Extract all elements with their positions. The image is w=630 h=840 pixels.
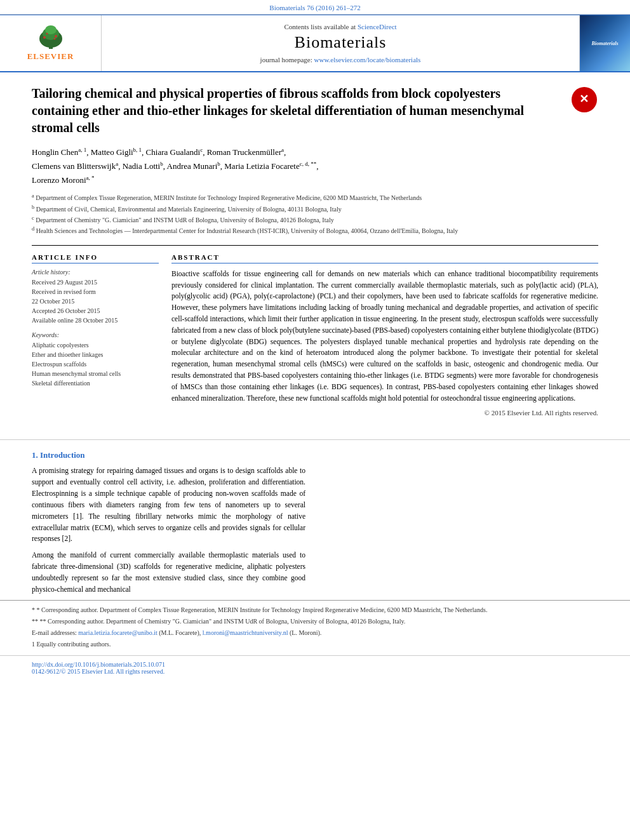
history-label: Article history: <box>32 269 159 276</box>
crossmark-badge[interactable]: ✕ <box>570 85 598 114</box>
elsevier-logo: ELSEVIER <box>27 25 74 62</box>
homepage-line: journal homepage: www.elsevier.com/locat… <box>260 56 421 63</box>
footnote-corresponding2: ** ** Corresponding author. Department o… <box>32 617 598 626</box>
affiliation-d-text: Health Sciences and Technologies — Inter… <box>36 228 459 235</box>
author-roman: Roman Truckenmüller <box>207 147 281 157</box>
cover-label: Biomaterials <box>591 41 618 46</box>
footnote-star1: * <box>32 606 37 613</box>
author-sup-2: b, 1 <box>133 147 142 153</box>
title-text: Tailoring chemical and physical properti… <box>32 86 524 135</box>
keyword-5: Skeletal differentiation <box>32 378 159 388</box>
email2-person: (L. Moroni). <box>290 629 321 636</box>
elsevier-text: ELSEVIER <box>27 51 74 62</box>
svg-point-5 <box>55 35 57 37</box>
doi-link[interactable]: http://dx.doi.org/10.1016/j.biomaterials… <box>32 661 165 668</box>
crossmark-icon: ✕ <box>572 87 597 112</box>
footnote-star2: ** <box>32 618 40 625</box>
author-sup-9: a, * <box>86 175 95 181</box>
author-sup-6: b <box>160 161 163 167</box>
author-lorenzo: Lorenzo Moroni <box>32 176 86 185</box>
intro-paragraph1: A promising strategy for repairing damag… <box>32 465 305 545</box>
page-wrapper: Biomaterials 76 (2016) 261–272 <box>0 0 630 680</box>
footnote-equal-contrib: 1 Equally contributing authors. <box>32 640 598 649</box>
author-matteo: Matteo Gigli <box>91 147 133 157</box>
article-title: Tailoring chemical and physical properti… <box>32 85 598 137</box>
affiliation-c: c Department of Chemistry "G. Ciamician"… <box>32 215 598 225</box>
email2-link[interactable]: l.moroni@maastrichtuniversity.nl <box>203 629 288 636</box>
intro-right-col <box>325 450 598 600</box>
affiliation-c-text: Department of Chemistry "G. Ciamician" a… <box>36 217 334 223</box>
email-label: E-mail addresses: <box>32 629 77 636</box>
author-sup-7: b <box>217 161 220 167</box>
keyword-3: Electrospun scaffolds <box>32 359 159 369</box>
author-honglin: Honglin Chen <box>32 147 78 157</box>
author-nadia: Nadia Lotti <box>123 161 161 171</box>
journal-header: ELSEVIER Contents lists available at Sci… <box>0 15 630 72</box>
homepage-link[interactable]: www.elsevier.com/locate/biomaterials <box>314 56 421 63</box>
affiliation-d: d Health Sciences and Technologies — Int… <box>32 225 598 236</box>
bottom-bar: http://dx.doi.org/10.1016/j.biomaterials… <box>0 655 630 680</box>
author-maria: Maria Letizia Focarete <box>224 161 299 171</box>
affiliations: a Department of Complex Tissue Regenerat… <box>32 192 598 236</box>
journal-title: Biomaterials <box>295 33 387 52</box>
affiliation-a: a Department of Complex Tissue Regenerat… <box>32 192 598 203</box>
svg-point-6 <box>46 33 48 35</box>
elsevier-logo-section: ELSEVIER <box>0 15 102 71</box>
copyright-line: © 2015 Elsevier Ltd. All rights reserved… <box>171 409 598 417</box>
cover-image: Biomaterials <box>580 15 630 71</box>
keyword-1: Aliphatic copolyesters <box>32 340 159 350</box>
svg-point-4 <box>43 36 46 39</box>
authors-line: Honglin Chena, 1, Matteo Giglib, 1, Chia… <box>32 145 598 187</box>
footnote-text1: * Corresponding author. Department of Co… <box>37 606 488 613</box>
affiliation-b: b Department of Civil, Chemical, Environ… <box>32 204 598 214</box>
author-sup-4: a <box>281 147 284 153</box>
footnote-email: E-mail addresses: maria.letizia.focarete… <box>32 629 598 637</box>
email1-person: (M.L. Focarete), <box>159 629 201 636</box>
author-sup-5: a <box>116 161 118 167</box>
intro-number: 1. <box>32 450 38 460</box>
sciencedirect-link[interactable]: ScienceDirect <box>358 23 397 30</box>
history-revised-label: Received in revised form <box>32 287 159 297</box>
email1-link[interactable]: maria.letizia.focarete@unibo.it <box>78 629 157 636</box>
history-online: Available online 28 October 2015 <box>32 316 159 325</box>
left-column: ARTICLE INFO Article history: Received 2… <box>32 253 159 417</box>
footnotes-section: * * Corresponding author. Department of … <box>0 600 630 649</box>
history-received: Received 29 August 2015 <box>32 277 159 287</box>
keywords-label: Keywords: <box>32 331 159 338</box>
author-sup-3: c <box>200 147 203 153</box>
elsevier-tree-icon <box>32 25 70 50</box>
abstract-heading: ABSTRACT <box>171 253 598 263</box>
author-clemens: Clemens van Blitterswijk <box>32 161 116 171</box>
introduction-section: 1. Introduction A promising strategy for… <box>0 450 630 600</box>
author-sup-8: c, d, ** <box>300 161 317 167</box>
article-info-heading: ARTICLE INFO <box>32 253 159 263</box>
intro-title: Introduction <box>40 450 85 460</box>
footnote-text2: ** Corresponding author. Department of C… <box>40 618 406 625</box>
intro-two-col: 1. Introduction A promising strategy for… <box>32 450 598 600</box>
intro-left-col: 1. Introduction A promising strategy for… <box>32 450 305 600</box>
author-chiara: Chiara Gualandi <box>146 147 201 157</box>
journal-cover-thumbnail: Biomaterials <box>579 15 630 71</box>
issn-line: 0142-9612/© 2015 Elsevier Ltd. All right… <box>32 668 598 675</box>
keywords-section: Keywords: Aliphatic copolyesters Ether a… <box>32 331 159 388</box>
sciencedirect-label: Contents lists available at <box>284 23 356 30</box>
article-info-abstract: ARTICLE INFO Article history: Received 2… <box>32 245 598 417</box>
abstract-text: Bioactive scaffolds for tissue engineeri… <box>171 269 598 404</box>
doi-line: http://dx.doi.org/10.1016/j.biomaterials… <box>32 661 598 668</box>
intro-paragraph2: Among the manifold of current commercial… <box>32 550 305 595</box>
section-divider <box>0 439 630 440</box>
author-sup-1: a, 1 <box>78 147 86 153</box>
svg-point-7 <box>53 38 55 40</box>
intro-section-title: 1. Introduction <box>32 450 305 460</box>
homepage-label: journal homepage: <box>260 56 312 63</box>
equal-contrib-text: 1 Equally contributing authors. <box>32 641 111 648</box>
keyword-4: Human mesenchymal stromal cells <box>32 369 159 378</box>
sciencedirect-line: Contents lists available at ScienceDirec… <box>284 23 396 30</box>
right-column: ABSTRACT Bioactive scaffolds for tissue … <box>171 253 598 417</box>
affiliation-b-text: Department of Civil, Chemical, Environme… <box>36 206 342 213</box>
keyword-2: Ether and thioether linkages <box>32 350 159 359</box>
top-citation-bar: Biomaterials 76 (2016) 261–272 <box>0 0 630 15</box>
footnote-corresponding1: * * Corresponding author. Department of … <box>32 606 598 615</box>
history-accepted: Accepted 26 October 2015 <box>32 306 159 316</box>
affiliation-a-text: Department of Complex Tissue Regeneratio… <box>36 195 422 202</box>
